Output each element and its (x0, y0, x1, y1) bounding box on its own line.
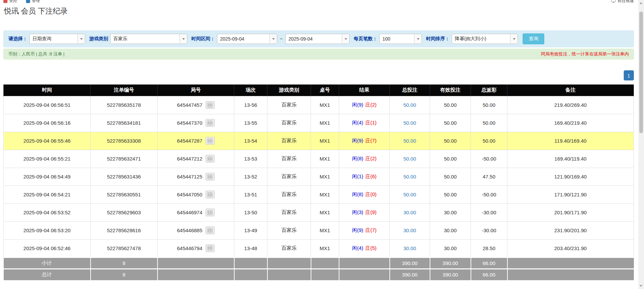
time-sort-select[interactable]: 降幂(由大到小) (452, 34, 518, 44)
round-cards-button[interactable] (206, 137, 215, 145)
pagination: 1 (3, 70, 634, 80)
vertical-scrollbar[interactable] (638, 0, 644, 289)
total-bet-link[interactable]: 30.00 (403, 210, 416, 215)
time-range-label: 时间区间： (191, 36, 215, 42)
date-end-value: 2025-09-04 (286, 34, 342, 44)
result-banker: 庄(7) (365, 227, 377, 233)
round-cards-button[interactable] (206, 191, 215, 198)
total-bet-link[interactable]: 30.00 (403, 245, 416, 251)
per-page-select[interactable]: 100 (379, 34, 422, 44)
cropped-top-bar: 受控 管理 前往候速 (3, 0, 634, 5)
cell-bet-id: 522785627478 (91, 239, 158, 257)
footer-label: 总计 (4, 269, 91, 280)
cell-total-bet: 50.00 (390, 114, 430, 132)
game-type-select[interactable]: 百家乐 (110, 34, 187, 44)
total-bet-link[interactable]: 30.00 (403, 227, 416, 233)
round-number: 645446974 (177, 210, 202, 215)
cell-game: 百家乐 (267, 186, 311, 203)
round-cards-button[interactable] (206, 244, 215, 252)
round-cards-button[interactable] (206, 173, 215, 180)
cell-session: 13-52 (234, 168, 267, 186)
total-bet-link[interactable]: 50.00 (403, 120, 416, 126)
cell-time: 2025-09-04 06:56:16 (4, 114, 91, 132)
page: 受控 管理 前往候速 悦讯 会员 下注纪录 请选择： 日期查询 游戏类别 百家乐 (3, 0, 634, 280)
cell-bet-id: 522785628616 (91, 221, 158, 239)
scrollbar-thumb[interactable] (639, 11, 643, 133)
cell-session: 13-50 (234, 203, 267, 221)
bet-table-body: 2025-09-04 06:56:51 522785635178 6454474… (4, 96, 634, 257)
round-cards-button[interactable] (206, 226, 215, 234)
table-row: 2025-09-04 06:54:21 522785630551 6454470… (4, 186, 634, 203)
cell-game: 百家乐 (267, 150, 311, 168)
total-bet-link[interactable]: 50.00 (403, 192, 416, 197)
round-cards-button[interactable] (206, 209, 215, 216)
cell-round-id: 645447370 (158, 114, 234, 132)
cell-remark: 121.90/169.40 (507, 168, 634, 186)
total-bet-link[interactable]: 50.00 (403, 138, 416, 144)
table-row: 2025-09-04 06:53:20 522785628616 6454468… (4, 221, 634, 239)
total-bet-link[interactable]: 50.00 (403, 156, 416, 162)
total-bet-link[interactable]: 50.00 (403, 174, 416, 179)
result-player: 闲(9) (352, 138, 363, 143)
cell-round-id: 645446885 (158, 221, 234, 239)
filter-bar: 请选择： 日期查询 游戏类别 百家乐 时间区间： 2025-09-04 ~ 20… (3, 30, 634, 47)
round-cards-button[interactable] (206, 119, 215, 127)
round-cards-button[interactable] (206, 155, 215, 163)
bookmark-item-1[interactable]: 受控 (3, 0, 17, 4)
cell-total-bet: 30.00 (390, 203, 430, 221)
cell-session: 13-55 (234, 114, 267, 132)
cell-remark: 201.90/171.90 (507, 203, 634, 221)
search-button[interactable]: 查询 (523, 33, 544, 44)
cell-game: 百家乐 (267, 114, 311, 132)
cell-total-bet: 50.00 (390, 132, 430, 150)
cell-bet-id: 522785633308 (91, 132, 158, 150)
cell-bet-id: 522785629603 (91, 203, 158, 221)
table-row: 2025-09-04 06:53:52 522785629603 6454469… (4, 203, 634, 221)
cell-payout: 50.00 (471, 114, 507, 132)
table-row: 2025-09-04 06:56:16 522785634181 6454473… (4, 114, 634, 132)
chevron-down-icon (414, 34, 422, 44)
time-sort-label: 时间排序： (426, 36, 450, 42)
cell-remark: 203.40/231.90 (507, 239, 634, 257)
cell-remark: 169.40/119.40 (507, 150, 634, 168)
cell-table: MX1 (311, 168, 339, 186)
footer-empty (234, 257, 267, 269)
bookmark-item-2[interactable]: 管理 (26, 0, 40, 4)
cards-icon (207, 156, 213, 161)
table-row: 2025-09-04 06:56:51 522785635178 6454474… (4, 96, 634, 114)
blue-favicon-icon (26, 0, 30, 3)
total-bet-link[interactable]: 50.00 (403, 102, 416, 108)
cell-result: 闲(9)庄(7) (339, 132, 390, 150)
scroll-up-icon[interactable] (640, 2, 642, 4)
footer-label: 小计 (4, 257, 91, 269)
cell-valid-bet: 50.00 (430, 96, 471, 114)
cell-valid-bet: 50.00 (430, 150, 471, 168)
page-1-button[interactable]: 1 (624, 70, 634, 80)
query-mode-select[interactable]: 日期查询 (29, 34, 85, 44)
footer-empty (339, 269, 390, 280)
cell-valid-bet: 50.00 (430, 168, 471, 186)
cell-game: 百家乐 (267, 168, 311, 186)
footer-empty (311, 257, 339, 269)
cell-time: 2025-09-04 06:55:21 (4, 150, 91, 168)
cell-payout: -30.00 (471, 221, 507, 239)
top-right-link[interactable]: 前往候速 (611, 0, 634, 4)
footer-total-bet: 390.00 (390, 257, 430, 269)
footer-empty (267, 269, 311, 280)
col-bet-id: 注单编号 (91, 85, 158, 96)
cell-total-bet: 50.00 (390, 150, 430, 168)
bookmark-label: 管理 (32, 0, 40, 4)
cell-bet-id: 522785631436 (91, 168, 158, 186)
game-type-label: 游戏类别 (89, 36, 108, 42)
result-player: 闲(8) (352, 191, 363, 197)
cell-result: 闲(4)庄(1) (339, 114, 390, 132)
date-start-select[interactable]: 2025-09-04 (217, 34, 277, 44)
result-player: 闲(8) (352, 155, 363, 161)
date-end-select[interactable]: 2025-09-04 (285, 34, 350, 44)
scroll-down-icon[interactable] (640, 285, 642, 287)
cell-round-id: 645447125 (158, 168, 234, 186)
monitor-icon (611, 0, 616, 3)
cell-table: MX1 (311, 203, 339, 221)
footer-empty (158, 269, 234, 280)
round-cards-button[interactable] (206, 101, 215, 109)
